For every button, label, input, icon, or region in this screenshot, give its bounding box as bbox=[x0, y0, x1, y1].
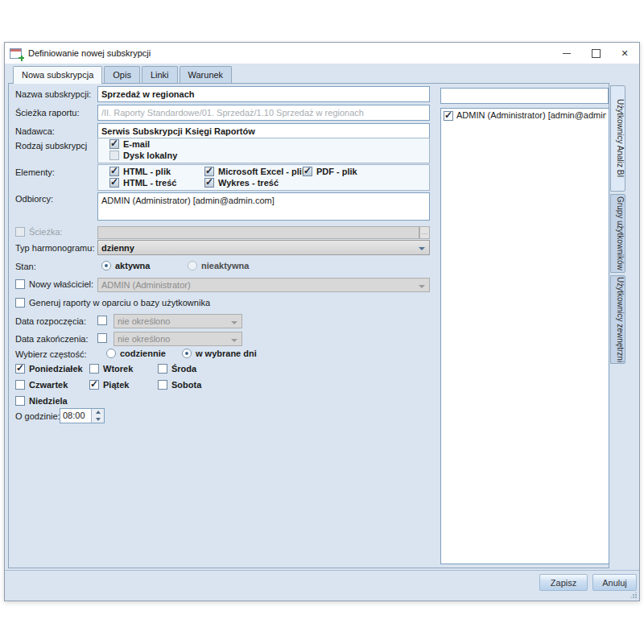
nowy-wlasciciel-checkbox[interactable] bbox=[15, 279, 25, 289]
title-bar: Definiowanie nowej subskrypcji ✕ bbox=[5, 43, 639, 64]
dysk-lokalny-checkbox[interactable] bbox=[109, 151, 119, 160]
day-sroda[interactable]: Środa bbox=[158, 364, 196, 374]
tab-linki[interactable]: Linki bbox=[142, 66, 178, 84]
niedziela-checkbox[interactable] bbox=[15, 396, 25, 406]
sciezka-input bbox=[97, 226, 419, 239]
tab-nowa-subskrypcja[interactable]: Nowa subskrypcja bbox=[13, 66, 102, 84]
aktywna-radio[interactable] bbox=[101, 261, 111, 270]
close-icon: ✕ bbox=[621, 48, 628, 59]
generuj-raporty-row[interactable]: Generuj raporty w oparciu o bazy użytkow… bbox=[15, 298, 210, 308]
day-poniedzialek[interactable]: Poniedziałek bbox=[15, 364, 83, 374]
checkbox-email[interactable]: E-mail bbox=[109, 139, 150, 149]
data-rozpoczecia-label: Data rozpoczęcia: bbox=[15, 316, 86, 326]
day-wtorek[interactable]: Wtorek bbox=[89, 364, 133, 374]
nowy-wlasciciel-combo: ADMIN (Administrator) bbox=[97, 278, 430, 292]
user-search-input[interactable] bbox=[440, 88, 609, 104]
browse-button: ... bbox=[419, 226, 430, 239]
radio-aktywna[interactable]: aktywna bbox=[101, 261, 150, 270]
sciezka-raportu-input: /II. Raporty Standardowe/01. Sprzedaż/1.… bbox=[97, 105, 430, 121]
side-tab-uzytkownicy-zewnetrzni[interactable]: Użytkownicy zewnętrzni bbox=[610, 275, 625, 364]
data-zakonczenia-combo: nie określono bbox=[114, 332, 242, 346]
wykres-tresc-checkbox[interactable] bbox=[204, 178, 214, 188]
generuj-raporty-checkbox[interactable] bbox=[15, 298, 25, 308]
side-tab-uzytkownicy-analiz-bi[interactable]: Użytkownicy Analiz BI bbox=[610, 85, 625, 192]
day-sobota[interactable]: Sobota bbox=[158, 380, 201, 390]
checkbox-html-plik[interactable]: HTML - plik bbox=[109, 167, 171, 176]
nadawca-label: Nadawca: bbox=[15, 126, 55, 136]
html-plik-checkbox[interactable] bbox=[109, 167, 119, 176]
elementy-label: Elementy: bbox=[15, 167, 55, 177]
nadawca-input[interactable]: Serwis Subskrypcji Księgi Raportów bbox=[97, 123, 430, 139]
odbiorcy-label: Odbiorcy: bbox=[15, 194, 53, 204]
spinner-arrows[interactable] bbox=[91, 409, 104, 423]
sroda-checkbox[interactable] bbox=[158, 364, 167, 374]
typ-harmonogramu-combo[interactable]: dzienny bbox=[97, 240, 430, 255]
sciezka-checkbox[interactable] bbox=[15, 227, 25, 237]
typ-harmonogramu-label: Typ harmonogramu: bbox=[15, 243, 94, 253]
day-niedziela[interactable]: Niedziela bbox=[15, 396, 68, 406]
side-tab-grupy-uzytkownikow[interactable]: Grupy użytkowników bbox=[610, 194, 625, 273]
sobota-checkbox[interactable] bbox=[158, 380, 167, 390]
chevron-down-icon bbox=[419, 285, 425, 288]
radio-w-wybrane-dni[interactable]: w wybrane dni bbox=[182, 349, 257, 358]
data-rozpoczecia-checkbox[interactable] bbox=[97, 316, 107, 325]
minimize-button[interactable] bbox=[552, 43, 581, 64]
wtorek-checkbox[interactable] bbox=[89, 364, 99, 374]
admin-user-checkbox[interactable] bbox=[444, 111, 453, 121]
html-tresc-checkbox[interactable] bbox=[109, 178, 119, 188]
spin-down-icon[interactable] bbox=[92, 416, 104, 423]
godzina-spinner[interactable]: 08:00 bbox=[60, 408, 105, 423]
nazwa-label: Nazwa subskrypcji: bbox=[15, 89, 91, 99]
excel-plik-checkbox[interactable] bbox=[204, 167, 214, 176]
checkbox-dysk-lokalny[interactable]: Dysk lokalny bbox=[109, 151, 177, 160]
checkbox-excel-plik[interactable]: Microsoft Excel - plik bbox=[204, 167, 307, 176]
nowy-wlasciciel-row[interactable]: Nowy właściciel: bbox=[15, 279, 93, 289]
checkbox-wykres-tresc[interactable]: Wykres - treść bbox=[204, 178, 279, 188]
piatek-checkbox[interactable] bbox=[89, 380, 99, 390]
nazwa-input[interactable]: Sprzedaż w regionach bbox=[97, 86, 430, 102]
tab-opis[interactable]: Opis bbox=[104, 66, 140, 84]
codziennie-radio[interactable] bbox=[106, 349, 116, 358]
czwartek-checkbox[interactable] bbox=[15, 380, 25, 390]
chevron-down-icon bbox=[231, 339, 237, 342]
close-button[interactable]: ✕ bbox=[610, 43, 639, 64]
day-czwartek[interactable]: Czwartek bbox=[15, 380, 68, 390]
new-subscription-dialog: Definiowanie nowej subskrypcji ✕ Nowa su… bbox=[4, 42, 640, 601]
poniedzialek-checkbox[interactable] bbox=[15, 364, 25, 374]
sciezka-checkbox-row[interactable]: Ścieżka: bbox=[15, 227, 63, 237]
users-listbox[interactable]: ADMIN (Administrator) [admin@admin.com] bbox=[440, 108, 609, 564]
maximize-button[interactable] bbox=[581, 43, 610, 64]
spin-up-icon[interactable] bbox=[92, 409, 104, 416]
minimize-icon bbox=[563, 53, 571, 54]
maximize-icon bbox=[592, 49, 601, 58]
czestosc-label: Wybierz częstość: bbox=[15, 349, 87, 359]
data-zakonczenia-checkbox[interactable] bbox=[97, 333, 107, 343]
chevron-down-icon bbox=[419, 247, 425, 250]
tab-warunek[interactable]: Warunek bbox=[180, 66, 233, 84]
window-title: Definiowanie nowej subskrypcji bbox=[28, 48, 151, 58]
pdf-plik-checkbox[interactable] bbox=[303, 167, 312, 176]
new-subscription-icon bbox=[10, 48, 22, 59]
list-item[interactable]: ADMIN (Administrator) [admin@admin.com] bbox=[444, 110, 606, 121]
data-zakonczenia-label: Data zakończenia: bbox=[15, 334, 89, 344]
nieaktywna-radio[interactable] bbox=[188, 261, 197, 270]
day-piatek[interactable]: Piątek bbox=[89, 380, 129, 390]
radio-nieaktywna[interactable]: nieaktywna bbox=[188, 261, 249, 270]
godzina-label: O godzinie: bbox=[15, 411, 60, 421]
save-button[interactable]: Zapisz bbox=[539, 574, 588, 591]
cancel-button[interactable]: Anuluj bbox=[592, 574, 637, 591]
resize-grip[interactable] bbox=[630, 591, 637, 598]
w-wybrane-dni-radio[interactable] bbox=[182, 349, 192, 358]
checkbox-html-tresc[interactable]: HTML - treść bbox=[109, 178, 176, 188]
radio-codziennie[interactable]: codziennie bbox=[106, 349, 166, 358]
odbiorcy-textarea[interactable]: ADMIN (Administrator) [admin@admin.com] bbox=[97, 192, 430, 221]
sciezka-raportu-label: Ścieżka raportu: bbox=[15, 108, 79, 118]
stan-label: Stan: bbox=[15, 262, 36, 271]
checkbox-pdf-plik[interactable]: PDF - plik bbox=[303, 167, 357, 176]
email-checkbox[interactable] bbox=[109, 139, 119, 149]
footer-divider bbox=[5, 570, 639, 571]
rodzaj-label: Rodzaj subskrypcj bbox=[15, 141, 87, 151]
tab-strip: Nowa subskrypcja Opis Linki Warunek bbox=[13, 66, 232, 84]
data-rozpoczecia-combo: nie określono bbox=[114, 314, 242, 328]
chevron-down-icon bbox=[231, 321, 237, 324]
